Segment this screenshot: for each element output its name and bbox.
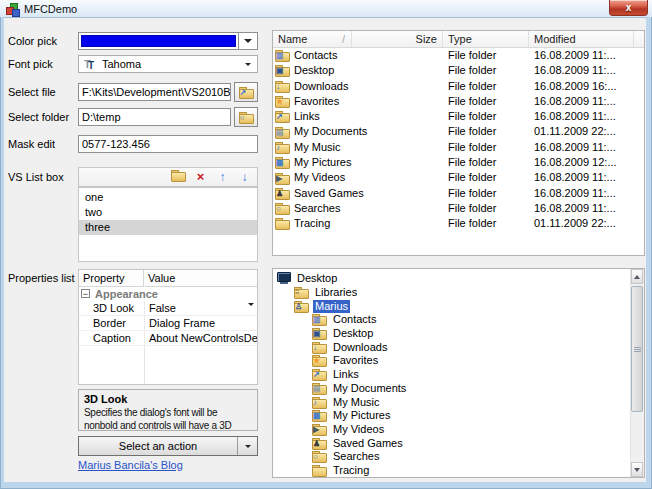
table-row[interactable]: ▥ContactsFile folder16.08.2009 11:... [273, 48, 644, 63]
table-row[interactable]: ↓DownloadsFile folder16.08.2009 16:... [273, 79, 644, 94]
scroll-thumb[interactable] [631, 286, 643, 412]
tree-item-desktop[interactable]: ▣Desktop [273, 327, 644, 341]
libraries-icon: ≡ [294, 286, 309, 299]
property-row[interactable]: Caption About NewControlsDemo [79, 331, 257, 346]
file-name: My Videos [294, 170, 345, 185]
close-button[interactable]: x [609, 0, 648, 16]
tree-item-my-music[interactable]: ♪My Music [273, 395, 644, 409]
folder-path-input[interactable]: D:\temp [78, 108, 231, 126]
delete-icon[interactable]: × [193, 170, 208, 184]
table-row[interactable]: ★FavoritesFile folder16.08.2009 11:... [273, 94, 644, 109]
tree-item-downloads[interactable]: ↓Downloads [273, 340, 644, 354]
table-row[interactable]: TracingFile folder01.11.2009 22:... [273, 216, 644, 231]
tree-item-my-pictures[interactable]: ▦My Pictures [273, 409, 644, 423]
table-row[interactable]: ▤My DocumentsFile folder01.11.2009 22:..… [273, 124, 644, 139]
new-folder-icon[interactable] [171, 169, 186, 185]
browse-file-button[interactable]: ↗ [234, 82, 258, 102]
file-modified: 16.08.2009 11:... [529, 201, 644, 216]
tree-item-my-videos[interactable]: ▶My Videos [273, 423, 644, 437]
desktop-folder-icon: ▣ [312, 327, 327, 340]
property-column-header[interactable]: Property [79, 270, 144, 286]
tree-item-favorites[interactable]: ★Favorites [273, 354, 644, 368]
property-group-row[interactable]: − Appearance [79, 287, 257, 301]
pictures-folder-icon: ▦ [312, 409, 327, 422]
tree-view[interactable]: Desktop≡Libraries♙Marius▥Contacts▣Deskto… [272, 268, 645, 478]
table-row[interactable]: ○SearchesFile folder16.08.2009 11:... [273, 201, 644, 216]
file-type: File folder [443, 201, 529, 216]
table-row[interactable]: ↗LinksFile folder16.08.2009 11:... [273, 109, 644, 124]
tree-item-label: Contacts [331, 313, 378, 326]
documents-folder-icon: ▤ [275, 126, 290, 139]
list-item[interactable]: one [79, 190, 257, 205]
move-up-icon[interactable]: ↑ [215, 170, 230, 184]
sort-indicator: / [342, 31, 345, 47]
table-row[interactable]: ▶My VideosFile folder16.08.2009 11:... [273, 170, 644, 185]
select-file-label: Select file [8, 86, 56, 99]
scrollbar[interactable] [630, 269, 644, 477]
chevron-down-icon[interactable] [239, 63, 257, 66]
file-list[interactable]: Name/ Size Type Modified ▥ContactsFile f… [272, 30, 645, 256]
vs-listbox[interactable]: one two three [78, 187, 258, 262]
tree-item-saved-games[interactable]: ♟Saved Games [273, 436, 644, 450]
file-modified: 16.08.2009 11:... [529, 109, 644, 124]
column-header-type[interactable]: Type [443, 31, 529, 47]
file-type: File folder [443, 186, 529, 201]
property-row[interactable]: Border Dialog Frame [79, 316, 257, 331]
font-pick-combo[interactable]: TT Tahoma [78, 55, 258, 73]
table-row[interactable]: ▦My PicturesFile folder16.08.2009 12:... [273, 155, 644, 170]
favorites-folder-icon: ★ [312, 354, 327, 367]
file-modified: 16.08.2009 11:... [529, 140, 644, 155]
column-header-modified[interactable]: Modified [529, 31, 634, 47]
links-folder-icon: ↗ [275, 110, 290, 123]
tree-item-libraries[interactable]: ≡Libraries [273, 286, 644, 300]
mask-edit-input[interactable]: 0577-123.456 [78, 135, 258, 153]
tree-item-my-documents[interactable]: ▤My Documents [273, 382, 644, 396]
action-button[interactable]: Select an action [78, 436, 258, 456]
table-row[interactable]: ♪My MusicFile folder16.08.2009 11:... [273, 140, 644, 155]
tree-item-label: Favorites [331, 354, 380, 367]
browse-folder-button[interactable]: ○ [234, 107, 258, 127]
tree-item-links[interactable]: ↗Links [273, 368, 644, 382]
file-name: My Music [294, 140, 340, 155]
color-pick-combo[interactable] [78, 32, 258, 50]
select-folder-label: Select folder [8, 111, 69, 124]
down-arrow-icon [634, 468, 640, 472]
scroll-down-button[interactable] [631, 462, 643, 477]
tree-item-tracing[interactable]: Tracing [273, 464, 644, 478]
file-name: My Documents [294, 124, 367, 139]
file-path-input[interactable]: F:\Kits\Development\VS2010Beta2\VS [78, 83, 231, 101]
title-bar[interactable]: MFCDemo x [0, 0, 652, 17]
tracing-folder-icon [312, 464, 327, 477]
file-type: File folder [443, 155, 529, 170]
list-item[interactable]: three [79, 220, 257, 235]
property-value[interactable]: About NewControlsDemo [145, 331, 257, 345]
tracing-folder-icon [275, 217, 290, 230]
list-item[interactable]: two [79, 205, 257, 220]
table-row[interactable]: ♟Saved GamesFile folder16.08.2009 11:... [273, 186, 644, 201]
value-column-header[interactable]: Value [144, 270, 257, 286]
column-header-name[interactable]: Name/ [273, 31, 352, 47]
scroll-up-button[interactable] [631, 269, 643, 284]
collapse-icon[interactable]: − [81, 289, 90, 298]
tree-item-desktop[interactable]: Desktop [273, 272, 644, 286]
move-down-icon[interactable]: ↓ [237, 170, 252, 184]
tree-item-marius[interactable]: ♙Marius [273, 299, 644, 313]
action-button-label: Select an action [79, 437, 237, 455]
file-name: Desktop [294, 63, 334, 78]
file-type: File folder [443, 63, 529, 78]
tree-item-contacts[interactable]: ▥Contacts [273, 313, 644, 327]
property-row[interactable]: 3D Look False [79, 301, 257, 316]
column-header-size[interactable]: Size [352, 31, 443, 47]
chevron-down-icon[interactable] [248, 305, 254, 315]
chevron-down-icon[interactable] [238, 33, 257, 49]
file-name: Favorites [294, 94, 339, 109]
mask-edit-label: Mask edit [8, 138, 55, 151]
table-row[interactable]: ▣DesktopFile folder16.08.2009 11:... [273, 63, 644, 78]
tree-item-searches[interactable]: ○Searches [273, 450, 644, 464]
file-type: File folder [443, 140, 529, 155]
property-value[interactable]: Dialog Frame [145, 316, 257, 330]
chevron-down-icon[interactable] [237, 437, 257, 455]
property-value[interactable]: False [145, 301, 257, 315]
file-modified: 16.08.2009 11:... [529, 94, 644, 109]
blog-link[interactable]: Marius Bancila's Blog [78, 459, 183, 472]
